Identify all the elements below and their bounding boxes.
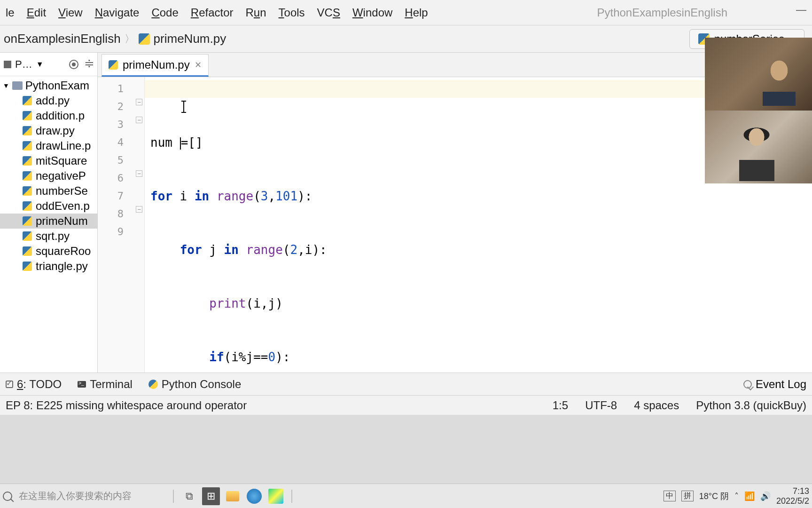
cursor-position[interactable]: 1:5 xyxy=(553,399,568,412)
todo-tab[interactable]: 6: TODO xyxy=(6,378,62,391)
system-tray: 中 拼 18°C 阴 ˄ 📶 🔊 7:13 2022/5/2 xyxy=(664,486,809,506)
main-area: P… ▼ ▼ PythonExam add.py addition.p draw… xyxy=(0,53,812,373)
python-file-icon xyxy=(23,141,32,151)
desktop-background xyxy=(0,415,812,484)
collapse-all-icon[interactable] xyxy=(84,60,94,69)
weather-widget[interactable]: 18°C 阴 xyxy=(699,491,729,502)
tree-file[interactable]: negativeP xyxy=(0,168,97,183)
python-file-icon xyxy=(23,246,32,256)
tree-file[interactable]: numberSe xyxy=(0,183,97,198)
python-interpreter[interactable]: Python 3.8 (quickBuy) xyxy=(696,399,806,412)
menu-code[interactable]: Code xyxy=(149,5,180,20)
tree-file[interactable]: add.py xyxy=(0,93,97,108)
editor-tab[interactable]: primeNum.py ✕ xyxy=(102,54,209,77)
menu-bar: le Edit View Navigate Code Refactor Run … xyxy=(0,0,812,25)
ime-language[interactable]: 中 xyxy=(664,491,676,501)
python-file-icon xyxy=(23,216,32,226)
tree-file[interactable]: drawLine.p xyxy=(0,138,97,153)
fold-icon[interactable]: − xyxy=(136,99,142,105)
breadcrumb-project[interactable]: onExamplesinEnglish xyxy=(4,32,121,46)
tree-file[interactable]: addition.p xyxy=(0,108,97,123)
file-explorer-icon[interactable] xyxy=(224,487,242,505)
ime-method[interactable]: 拼 xyxy=(681,491,694,501)
tree-file[interactable]: oddEven.p xyxy=(0,198,97,214)
project-title: PythonExamplesinEnglish xyxy=(597,6,728,19)
app-icon-blue[interactable] xyxy=(245,487,263,505)
webcam-overlay xyxy=(705,38,812,183)
tray-chevron-icon[interactable]: ˄ xyxy=(734,491,739,501)
menu-view[interactable]: View xyxy=(56,5,85,20)
status-bar: EP 8: E225 missing whitespace around ope… xyxy=(0,395,812,415)
bottom-tools-bar: 6: TODO Terminal Python Console Event Lo… xyxy=(0,373,812,395)
chevron-down-icon: ▼ xyxy=(3,82,9,89)
menu-navigate[interactable]: Navigate xyxy=(93,5,141,20)
menu-vcs[interactable]: VCS xyxy=(315,5,342,20)
tree-root-folder[interactable]: ▼ PythonExam xyxy=(0,78,97,93)
menu-window[interactable]: Window xyxy=(351,5,394,20)
terminal-tab[interactable]: Terminal xyxy=(78,378,133,391)
chevron-down-icon[interactable]: ▼ xyxy=(36,60,44,69)
tree-file-selected[interactable]: primeNum xyxy=(0,214,97,229)
tab-label: primeNum.py xyxy=(123,58,190,71)
python-icon xyxy=(148,380,158,389)
tree-file[interactable]: squareRoo xyxy=(0,244,97,259)
windows-taskbar: 在这里输入你要搜索的内容 ⧉ ⊞ 中 拼 18°C 阴 ˄ 📶 🔊 7:13 2… xyxy=(0,484,812,508)
clock[interactable]: 7:13 2022/5/2 xyxy=(776,486,809,506)
task-view-button[interactable]: ⧉ xyxy=(180,487,198,505)
python-console-tab[interactable]: Python Console xyxy=(148,378,241,391)
tree-file[interactable]: draw.py xyxy=(0,123,97,138)
network-icon[interactable]: 📶 xyxy=(744,491,755,501)
python-file-icon xyxy=(23,171,32,181)
event-log-icon xyxy=(743,380,752,389)
breadcrumb-file[interactable]: primeNum.py xyxy=(139,32,226,46)
file-encoding[interactable]: UTF-8 xyxy=(585,399,617,412)
event-log-tab[interactable]: Event Log xyxy=(743,378,806,391)
indent-setting[interactable]: 4 spaces xyxy=(634,399,679,412)
locate-file-icon[interactable] xyxy=(69,60,78,69)
close-icon[interactable]: ✕ xyxy=(195,60,202,70)
pycharm-icon[interactable] xyxy=(267,487,285,505)
terminal-icon xyxy=(78,381,86,388)
project-tree: ▼ PythonExam add.py addition.p draw.py d… xyxy=(0,76,97,276)
menu-help[interactable]: Help xyxy=(403,5,429,20)
menu-run[interactable]: Run xyxy=(244,5,268,20)
python-file-icon xyxy=(139,33,150,45)
status-message: EP 8: E225 missing whitespace around ope… xyxy=(6,399,247,412)
python-file-icon xyxy=(23,262,32,271)
breadcrumb-bar: onExamplesinEnglish 〉 primeNum.py number… xyxy=(0,25,812,53)
menu-tools[interactable]: Tools xyxy=(277,5,307,20)
chevron-right-icon: 〉 xyxy=(125,32,135,46)
python-file-icon xyxy=(23,186,32,196)
menu-file[interactable]: le xyxy=(4,5,16,20)
tree-file[interactable]: sqrt.py xyxy=(0,229,97,244)
python-file-icon xyxy=(23,111,32,120)
fold-icon[interactable]: − xyxy=(136,170,142,177)
sidebar-head-label: P… xyxy=(15,58,32,71)
text-cursor-icon xyxy=(183,101,184,113)
search-icon[interactable] xyxy=(3,492,12,501)
project-sidebar: P… ▼ ▼ PythonExam add.py addition.p draw… xyxy=(0,53,98,373)
python-file-icon xyxy=(109,60,118,70)
webcam-feed-1 xyxy=(705,38,812,111)
apps-grid-icon[interactable]: ⊞ xyxy=(202,487,220,505)
window-minimize[interactable]: — xyxy=(796,4,806,16)
taskbar-search[interactable]: 在这里输入你要搜索的内容 xyxy=(16,490,166,502)
python-file-icon xyxy=(23,96,32,105)
sidebar-header[interactable]: P… ▼ xyxy=(0,53,97,76)
tree-file[interactable]: mitSquare xyxy=(0,153,97,168)
gutter: 1 2 3 4 5 6 7 8 9 − − − − xyxy=(98,77,145,373)
python-file-icon xyxy=(23,231,32,241)
fold-icon[interactable]: − xyxy=(136,206,142,213)
tree-file[interactable]: triangle.py xyxy=(0,259,97,274)
python-file-icon xyxy=(23,126,32,135)
menu-refactor[interactable]: Refactor xyxy=(189,5,235,20)
project-icon xyxy=(4,61,11,68)
menu-edit[interactable]: Edit xyxy=(25,5,48,20)
fold-icon[interactable]: − xyxy=(136,117,142,123)
python-file-icon xyxy=(23,156,32,166)
todo-icon xyxy=(6,381,13,388)
volume-icon[interactable]: 🔊 xyxy=(760,491,771,501)
folder-icon xyxy=(12,81,23,90)
python-file-icon xyxy=(23,201,32,211)
